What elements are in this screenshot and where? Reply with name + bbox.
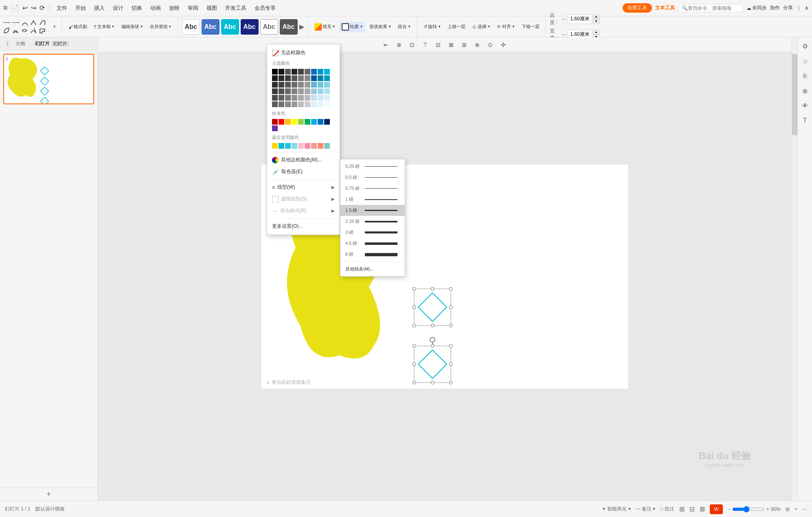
- theme-color[interactable]: [324, 69, 330, 75]
- line-weight-3[interactable]: 3 磅: [340, 227, 405, 238]
- theme-color[interactable]: [324, 88, 330, 94]
- height-input[interactable]: [568, 14, 592, 24]
- canvas-tool-10[interactable]: ✣: [498, 40, 508, 49]
- theme-color[interactable]: [298, 95, 304, 101]
- recent-color[interactable]: [292, 143, 297, 149]
- theme-color[interactable]: [324, 75, 330, 81]
- no-border-item[interactable]: 无边框颜色: [267, 47, 340, 59]
- dash-type-item[interactable]: 虚线线型(S): [267, 193, 340, 205]
- theme-color[interactable]: [324, 82, 330, 88]
- theme-color[interactable]: [279, 101, 284, 107]
- group-btn[interactable]: 组合 ▼: [395, 22, 413, 31]
- scrollbar-thumb[interactable]: [792, 54, 797, 135]
- theme-color[interactable]: [292, 82, 297, 88]
- line-tool-5[interactable]: [39, 19, 47, 26]
- theme-color[interactable]: [285, 88, 291, 94]
- more-lines-item[interactable]: 其他线条(M)...: [340, 264, 405, 275]
- text-style-btn-3[interactable]: Abc: [221, 19, 239, 35]
- theme-color[interactable]: [311, 75, 317, 81]
- line-weight-1[interactable]: 1 磅: [340, 194, 405, 205]
- line-tool-10[interactable]: [39, 27, 47, 35]
- menu-member[interactable]: 会员专享: [251, 3, 279, 13]
- canvas-tool-1[interactable]: ⇤: [381, 40, 391, 49]
- theme-color[interactable]: [305, 95, 310, 101]
- theme-color[interactable]: [298, 75, 304, 81]
- search-input[interactable]: [688, 5, 737, 11]
- shape-effect-btn[interactable]: 形状效果 ▼: [367, 22, 394, 31]
- menu-devtools[interactable]: 开发工具: [222, 3, 250, 13]
- text-tool-button[interactable]: 文本工具: [655, 4, 675, 11]
- theme-color[interactable]: [279, 88, 284, 94]
- height-down-btn[interactable]: ▼: [593, 19, 599, 24]
- theme-color[interactable]: [292, 75, 297, 81]
- theme-color[interactable]: [285, 75, 291, 81]
- theme-color[interactable]: [272, 75, 278, 81]
- theme-color[interactable]: [298, 69, 304, 75]
- recent-color[interactable]: [298, 143, 304, 149]
- theme-color[interactable]: [292, 95, 297, 101]
- theme-color[interactable]: [305, 75, 310, 81]
- sidebar-eye-icon[interactable]: 👁: [802, 102, 808, 110]
- hamburger-icon[interactable]: ≡: [3, 4, 8, 12]
- menu-animate[interactable]: 动画: [147, 3, 164, 13]
- theme-color[interactable]: [311, 69, 317, 75]
- theme-color[interactable]: [324, 95, 330, 101]
- recent-color[interactable]: [279, 143, 284, 149]
- theme-color[interactable]: [279, 82, 284, 88]
- theme-color[interactable]: [272, 101, 278, 107]
- std-color[interactable]: [279, 119, 284, 125]
- theme-color[interactable]: [285, 82, 291, 88]
- slide-canvas[interactable]: ≡ 单击此处添加备注 Bai du 经验 jingyan.baidu.com: [98, 52, 792, 501]
- text-style-btn-4[interactable]: Abc: [241, 19, 259, 35]
- theme-color[interactable]: [292, 88, 297, 94]
- drawing-tool-button[interactable]: 绘图工具: [623, 3, 652, 13]
- line-tool-2[interactable]: [12, 19, 20, 26]
- move-up-btn[interactable]: 上移一层: [445, 22, 468, 31]
- line-tool-4[interactable]: [30, 19, 38, 26]
- std-color[interactable]: [292, 119, 297, 125]
- menu-insert[interactable]: 插入: [91, 3, 108, 13]
- recent-color[interactable]: [285, 143, 291, 149]
- theme-color[interactable]: [272, 82, 278, 88]
- theme-color[interactable]: [324, 101, 330, 107]
- line-weight-225[interactable]: 2.25 磅: [340, 216, 405, 227]
- canvas-tool-4[interactable]: ⊤: [420, 40, 430, 49]
- menu-review[interactable]: 审阅: [184, 3, 202, 13]
- theme-color[interactable]: [318, 88, 323, 94]
- theme-color[interactable]: [298, 82, 304, 88]
- std-color[interactable]: [272, 125, 278, 131]
- width-up-btn[interactable]: ▲: [593, 30, 599, 35]
- smart-beautify[interactable]: ✦ 智能美化 ▾: [602, 506, 631, 513]
- zoom-slider[interactable]: [732, 506, 765, 513]
- recent-color[interactable]: [311, 143, 317, 149]
- line-weight-075[interactable]: 0.75 磅: [340, 183, 405, 194]
- file-icon[interactable]: 📄: [11, 4, 19, 12]
- std-color[interactable]: [298, 119, 304, 125]
- outline-btn[interactable]: 轮廓 ▼: [339, 22, 365, 32]
- theme-color[interactable]: [311, 88, 317, 94]
- minimize-icon[interactable]: ∧: [805, 5, 809, 11]
- view-table-icon[interactable]: ⊠: [700, 505, 705, 513]
- theme-color[interactable]: [285, 101, 291, 107]
- more-options-icon[interactable]: ⋯: [802, 506, 807, 512]
- theme-color[interactable]: [272, 69, 278, 75]
- redo-icon[interactable]: ↪: [31, 4, 36, 12]
- slide-item-1[interactable]: 1: [3, 54, 94, 104]
- text-style-btn-5[interactable]: Abc: [260, 19, 278, 35]
- theme-color[interactable]: [298, 101, 304, 107]
- theme-color[interactable]: [311, 101, 317, 107]
- sidebar-star-icon[interactable]: ☆: [802, 57, 808, 65]
- v-scrollbar[interactable]: [792, 37, 797, 501]
- theme-color[interactable]: [279, 95, 284, 101]
- line-tool-7[interactable]: [12, 27, 20, 35]
- rotate-btn[interactable]: ↺ 旋转 ▼: [421, 22, 443, 31]
- std-color[interactable]: [272, 119, 278, 125]
- text-style-btn-1[interactable]: Abc: [182, 19, 200, 35]
- line-type-item[interactable]: ≡ 线型(W): [267, 181, 340, 193]
- outline-tab[interactable]: 大纲: [12, 39, 29, 49]
- theme-color[interactable]: [285, 69, 291, 75]
- more-settings-item[interactable]: 更多设置(O)...: [267, 220, 340, 232]
- line-weight-025[interactable]: 0.25 磅: [340, 161, 405, 172]
- theme-color[interactable]: [311, 82, 317, 88]
- theme-color[interactable]: [311, 95, 317, 101]
